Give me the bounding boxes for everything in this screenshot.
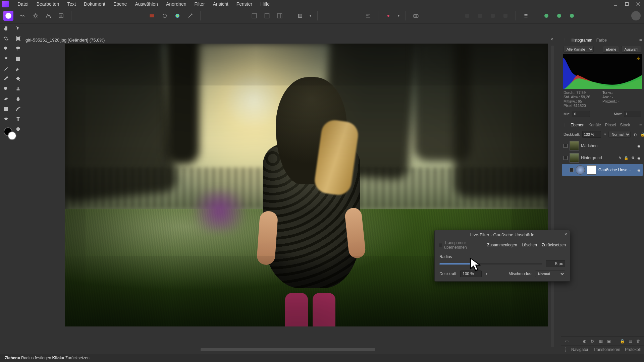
selection-brush-tool[interactable] — [0, 44, 12, 54]
chevron-down-icon[interactable]: ▼ — [397, 14, 400, 17]
tab-layers[interactable]: Ebenen — [571, 122, 584, 128]
primary-color-swatch[interactable] — [8, 131, 16, 140]
brush-tool[interactable] — [0, 64, 12, 74]
dialog-titlebar[interactable]: Live-Filter - Gaußsche Unschärfe × — [435, 230, 570, 239]
horizontal-scrollbar[interactable] — [26, 347, 555, 352]
fill-tool[interactable] — [12, 74, 24, 84]
window-close-button[interactable] — [633, 0, 644, 8]
reset-button[interactable]: Zurücksetzen — [542, 243, 566, 247]
vertical-scrollbar[interactable] — [550, 44, 555, 352]
seg-btn-2[interactable] — [475, 11, 485, 20]
live-filter-dialog[interactable]: Live-Filter - Gaußsche Unschärfe × Trans… — [434, 230, 570, 282]
seg-btn-1[interactable] — [463, 11, 472, 20]
blend-mode-select[interactable]: Normal — [608, 131, 631, 138]
menu-document[interactable]: Dokument — [80, 0, 109, 8]
tab-histogram[interactable]: Histogramm — [571, 37, 592, 44]
swatch-warm-icon[interactable] — [147, 11, 157, 20]
menu-edit[interactable]: Bearbeiten — [33, 0, 63, 8]
canvas[interactable] — [26, 44, 555, 352]
layer-visible-icon[interactable]: ◉ — [637, 168, 641, 172]
menu-arrange[interactable]: Anordnen — [162, 0, 191, 8]
menu-filter[interactable]: Filter — [191, 0, 209, 8]
fx-icon[interactable]: fx — [590, 338, 596, 344]
group-icon[interactable]: ▣ — [606, 338, 612, 344]
list-icon[interactable] — [521, 11, 531, 20]
layer-edit-icon[interactable]: ✎ — [618, 156, 622, 160]
opacity-input[interactable] — [582, 131, 601, 138]
tab-color[interactable]: Farbe — [596, 37, 607, 44]
tab-channels[interactable]: Kanäle — [588, 122, 601, 128]
document-tab[interactable]: girl-535251_1920.jpg [Geändert] (75,0%) … — [25, 36, 105, 44]
crop-layer-icon[interactable]: ▦ — [598, 338, 604, 344]
grid3-icon[interactable] — [275, 11, 284, 20]
delete-layer-icon[interactable]: 🗑 — [635, 338, 641, 344]
menu-layer[interactable]: Ebene — [109, 0, 131, 8]
merge-button[interactable]: Zusammenlegen — [487, 243, 517, 247]
adjust-icon[interactable]: ◐ — [582, 338, 588, 344]
menu-view[interactable]: Ansicht — [209, 0, 232, 8]
vector-tool[interactable] — [12, 104, 24, 114]
wand-icon[interactable] — [185, 11, 195, 20]
layer-visible-icon[interactable]: ◉ — [637, 156, 641, 160]
menu-help[interactable]: Hilfe — [256, 0, 274, 8]
chevron-down-icon[interactable]: ▼ — [485, 272, 488, 276]
persona-tone-icon[interactable] — [44, 11, 53, 20]
layer-lock-icon[interactable]: 🔒 — [640, 132, 644, 137]
pen-tool[interactable] — [12, 64, 24, 74]
selection-scope-button[interactable]: Auswahl — [621, 46, 641, 53]
persona-export-icon[interactable] — [56, 11, 66, 20]
radius-slider[interactable] — [439, 261, 542, 266]
artboard-select-icon[interactable] — [296, 11, 305, 20]
tab-history[interactable]: Protokoll — [625, 347, 641, 352]
camera-icon[interactable] — [411, 11, 421, 20]
persona-photo-icon[interactable] — [3, 11, 13, 21]
stamp-tool[interactable] — [12, 84, 24, 94]
channel-select[interactable]: Alle Kanäle — [564, 46, 594, 53]
color-swatches[interactable] — [4, 127, 17, 141]
lock-icon[interactable]: 🔒 — [619, 338, 625, 344]
hand-tool[interactable] — [0, 23, 12, 34]
tab-transform[interactable]: Transformieren — [593, 347, 620, 352]
chevron-down-icon[interactable]: ▼ — [309, 14, 312, 17]
menu-file[interactable]: Datei — [13, 0, 33, 8]
cloud-up-icon[interactable] — [554, 11, 564, 20]
anchor-icon[interactable] — [384, 11, 393, 20]
move-tool[interactable] — [12, 23, 24, 34]
layer-item-gaussian-blur[interactable]: Gaußsche Unsc… ◉ — [562, 164, 643, 176]
layer-scope-button[interactable]: Ebene — [603, 46, 620, 53]
dialog-blend-select[interactable]: Normal — [535, 270, 565, 277]
heal-tool[interactable] — [0, 94, 12, 104]
text-tool[interactable] — [12, 114, 24, 124]
lasso-tool[interactable] — [12, 44, 24, 54]
layer-item-girl[interactable]: Mädchen ◉ — [562, 140, 643, 152]
window-maximize-button[interactable] — [621, 0, 633, 8]
cloud-down-icon[interactable] — [567, 11, 577, 20]
radius-input[interactable] — [546, 260, 565, 267]
grid1-icon[interactable] — [250, 11, 259, 20]
star-tool[interactable] — [0, 114, 12, 124]
color-wheel-icon[interactable] — [173, 11, 182, 20]
flood-select-tool[interactable] — [0, 54, 12, 64]
menu-text[interactable]: Text — [63, 0, 80, 8]
persona-develop-icon[interactable] — [31, 11, 40, 20]
tab-stock[interactable]: Stock — [620, 122, 630, 128]
layer-visible-icon[interactable]: ◉ — [637, 143, 641, 148]
panel-menu-icon[interactable]: ≡ — [639, 122, 642, 128]
chevron-down-icon[interactable]: ▼ — [604, 133, 607, 136]
tab-navigator[interactable]: Navigator — [571, 347, 588, 352]
drag-handle-icon[interactable]: ┊ — [563, 123, 565, 127]
seg-btn-3[interactable] — [488, 11, 497, 20]
window-minimize-button[interactable] — [610, 0, 621, 8]
shape-tool[interactable] — [0, 104, 12, 114]
layer-item-background[interactable]: Hintergrund ✎ 🔒 ⇅ ◉ — [562, 152, 643, 164]
blur-tool[interactable] — [12, 94, 24, 104]
marquee-tool[interactable] — [12, 54, 24, 64]
layer-fx-icon[interactable]: ◐ — [633, 132, 638, 137]
max-input[interactable] — [624, 111, 641, 117]
cloud-sync-icon[interactable] — [542, 11, 551, 20]
document-tab-close-icon[interactable]: × — [549, 36, 555, 42]
align-icon[interactable] — [363, 11, 373, 20]
min-input[interactable] — [573, 111, 590, 117]
layer-lock-icon[interactable]: 🔒 — [624, 156, 629, 160]
dialog-close-icon[interactable]: × — [565, 232, 567, 237]
